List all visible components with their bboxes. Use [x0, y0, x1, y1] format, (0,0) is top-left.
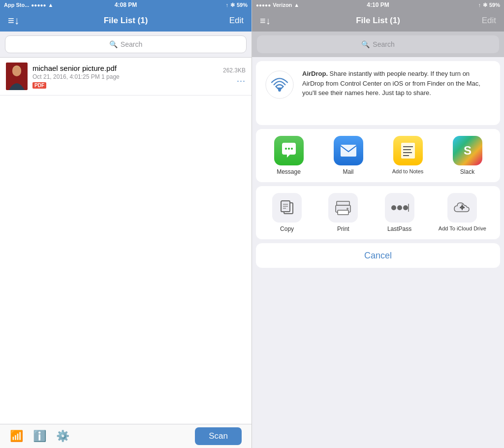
message-app-label: Message	[277, 168, 301, 175]
copy-action-icon	[272, 193, 302, 223]
svg-text:S: S	[464, 144, 472, 157]
cancel-section[interactable]: Cancel	[256, 243, 500, 268]
print-action-label: Print	[337, 225, 349, 232]
svg-rect-23	[338, 210, 348, 215]
left-search-container: 🔍 Search	[0, 32, 252, 58]
file-item[interactable]: michael senior picture.pdf Oct 21, 2016,…	[0, 58, 252, 96]
file-meta: Oct 21, 2016, 4:01:25 PM 1 page	[32, 73, 223, 80]
svg-rect-21	[337, 201, 349, 205]
slack-app-icon: S	[453, 136, 482, 165]
mail-app-label: Mail	[343, 168, 353, 175]
left-status-bar: App Sto... ●●●●● ▲ 4:08 PM ↑ ✻ 59%	[0, 0, 252, 10]
wifi-icon[interactable]: 📶	[10, 430, 23, 443]
print-action-icon	[328, 193, 358, 223]
left-carrier: App Sto...	[4, 2, 29, 8]
copy-action-label: Copy	[280, 225, 294, 232]
action-lastpass[interactable]: LastPass	[382, 193, 417, 232]
left-arrow-icon: ↑	[225, 2, 228, 8]
share-apps-row: Message Mail	[260, 136, 496, 175]
left-wifi-icon: ▲	[48, 2, 54, 8]
left-panel: App Sto... ●●●●● ▲ 4:08 PM ↑ ✻ 59% ≡↓ Fi…	[0, 0, 252, 448]
file-info: michael senior picture.pdf Oct 21, 2016,…	[32, 64, 223, 89]
share-app-message[interactable]: Message	[272, 136, 306, 175]
svg-point-27	[403, 205, 408, 210]
share-app-notes[interactable]: Add to Notes	[391, 136, 425, 175]
share-app-slack[interactable]: S Slack	[450, 136, 485, 175]
left-signal: ●●●●●	[31, 2, 46, 8]
svg-point-8	[291, 148, 293, 150]
left-search-placeholder: Search	[121, 40, 142, 48]
svg-point-26	[397, 205, 402, 210]
right-status-left: ●●●●● Verizon ▲	[256, 2, 299, 8]
right-nav-title: File List (1)	[356, 16, 400, 26]
left-bottom-toolbar: 📶 ℹ️ ⚙️ Scan	[0, 424, 252, 448]
right-search-container: 🔍 Search	[252, 32, 504, 57]
actions-section: Copy Print	[256, 186, 500, 239]
right-status-right: ↑ ✻ 59%	[478, 2, 500, 8]
scan-button[interactable]: Scan	[195, 427, 242, 445]
right-sort-icon[interactable]: ≡↓	[260, 15, 271, 27]
right-search-icon: 🔍	[361, 40, 370, 48]
share-apps-section: Message Mail	[256, 129, 500, 182]
left-status-right: ↑ ✻ 59%	[225, 2, 248, 8]
file-badge: PDF	[32, 82, 46, 89]
right-time: 4:10 PM	[367, 1, 389, 8]
svg-rect-10	[401, 143, 415, 159]
settings-icon[interactable]: ⚙️	[56, 430, 69, 443]
right-battery: 59%	[489, 2, 500, 8]
right-search-bar[interactable]: 🔍 Search	[257, 35, 499, 53]
right-status-bar: ●●●●● Verizon ▲ 4:10 PM ↑ ✻ 59%	[252, 0, 504, 10]
airdrop-title: AirDrop.	[302, 70, 328, 77]
airdrop-icon	[264, 69, 295, 100]
notes-app-icon	[393, 136, 423, 165]
right-nav-bar: ≡↓ File List (1) Edit	[252, 10, 504, 32]
share-app-mail[interactable]: Mail	[331, 136, 366, 175]
left-status-left: App Sto... ●●●●● ▲	[4, 2, 53, 8]
file-more-button[interactable]: ···	[237, 76, 246, 86]
svg-point-5	[278, 89, 281, 92]
left-search-icon: 🔍	[109, 40, 118, 48]
svg-point-7	[288, 148, 290, 150]
right-arrow-icon: ↑	[478, 2, 481, 8]
file-name: michael senior picture.pdf	[32, 64, 223, 72]
left-file-list: michael senior picture.pdf Oct 21, 2016,…	[0, 58, 252, 424]
left-battery: 59%	[237, 2, 248, 8]
file-size: 262.3KB	[223, 67, 246, 74]
action-copy[interactable]: Copy	[270, 193, 304, 232]
icloud-action-icon	[447, 193, 477, 223]
left-search-bar[interactable]: 🔍 Search	[5, 35, 247, 53]
message-app-icon	[274, 136, 304, 165]
mail-app-icon	[334, 136, 363, 165]
right-wifi-icon: ▲	[294, 2, 299, 8]
slack-app-label: Slack	[460, 168, 474, 175]
file-thumb-image	[6, 63, 28, 90]
actions-row: Copy Print	[260, 193, 496, 232]
right-search-placeholder: Search	[373, 40, 394, 48]
action-print[interactable]: Print	[326, 193, 360, 232]
svg-point-3	[12, 66, 21, 76]
svg-point-6	[285, 148, 287, 150]
left-edit-button[interactable]: Edit	[229, 16, 244, 26]
notes-app-label: Add to Notes	[392, 168, 424, 174]
airdrop-section: AirDrop. Share instantly with people nea…	[256, 61, 500, 125]
info-icon[interactable]: ℹ️	[33, 430, 46, 443]
svg-point-25	[391, 205, 396, 210]
right-panel: ●●●●● Verizon ▲ 4:10 PM ↑ ✻ 59% ≡↓ File …	[252, 0, 504, 448]
left-time: 4:08 PM	[115, 1, 137, 8]
file-thumbnail	[6, 63, 28, 90]
left-nav-title: File List (1)	[104, 16, 148, 26]
right-edit-button[interactable]: Edit	[482, 16, 496, 26]
right-signal-dots: ●●●●●	[256, 2, 271, 8]
icloud-action-label: Add To iCloud Drive	[439, 225, 486, 232]
right-carrier: Verizon	[273, 2, 292, 8]
lastpass-action-icon	[385, 193, 414, 223]
svg-rect-9	[341, 145, 356, 157]
action-icloud[interactable]: Add To iCloud Drive	[439, 193, 486, 232]
cancel-label[interactable]: Cancel	[364, 251, 392, 261]
right-bluetooth-icon: ✻	[483, 2, 487, 8]
left-sort-icon[interactable]: ≡↓	[8, 14, 20, 27]
airdrop-description: AirDrop. Share instantly with people nea…	[302, 69, 492, 98]
svg-point-24	[346, 208, 348, 210]
left-nav-bar: ≡↓ File List (1) Edit	[0, 10, 252, 32]
left-bluetooth-icon: ✻	[230, 2, 235, 8]
